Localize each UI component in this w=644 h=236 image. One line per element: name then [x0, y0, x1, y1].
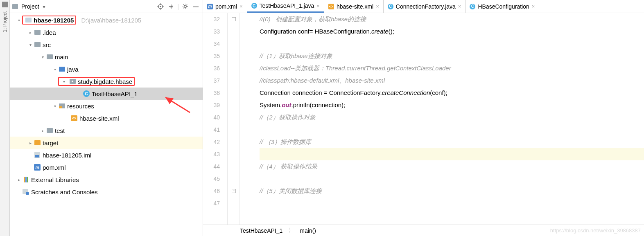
panel-title[interactable]: Project — [20, 3, 41, 10]
code-editor[interactable]: //(0) 创建配置对象，获取hbase的连接Configuration con… — [240, 13, 644, 225]
tree-root[interactable]: ▾ hbase-181205 D:\java\hbase-181205 — [10, 14, 203, 26]
breadcrumb-class[interactable]: TestHbaseAPI_1 — [240, 227, 282, 234]
chevron-down-icon[interactable]: ▾ — [61, 79, 67, 84]
svg-point-11 — [184, 5, 186, 8]
close-icon[interactable]: × — [458, 3, 461, 9]
code-line[interactable]: //classpath:hbase-default.xml、hbase-site… — [260, 74, 644, 87]
tree-iml[interactable]: hbase-181205.iml — [10, 149, 203, 161]
project-tree[interactable]: ▾ hbase-181205 D:\java\hbase-181205 ▸ .i… — [10, 13, 203, 236]
code-line[interactable]: //（2）获取操作对象 — [260, 111, 644, 124]
line-number[interactable]: 33 — [203, 25, 220, 38]
tab-label: hbase-site.xml — [337, 3, 373, 10]
tree-pom[interactable]: m pom.xml — [10, 161, 203, 173]
line-number[interactable]: 42 — [203, 136, 220, 148]
code-line[interactable]: Connection connection = ConnectionFactor… — [260, 87, 644, 99]
line-number[interactable]: 47 — [203, 197, 220, 209]
editor-tab[interactable]: CTestHbaseAPI_1.java× — [247, 0, 324, 13]
code-line[interactable] — [260, 173, 644, 185]
line-number[interactable]: 39 — [203, 99, 220, 111]
line-number[interactable]: 44 — [203, 160, 220, 173]
breadcrumb-method[interactable]: main() — [300, 227, 316, 234]
close-icon[interactable]: × — [376, 3, 379, 9]
tree-idea[interactable]: ▸ .idea — [10, 26, 203, 38]
chevron-right-icon[interactable]: ▸ — [39, 128, 46, 133]
chevron-right-icon[interactable]: ▸ — [27, 141, 34, 145]
close-icon[interactable]: × — [532, 3, 535, 9]
code-line[interactable] — [260, 124, 644, 136]
svg-rect-21 — [27, 19, 28, 20]
svg-rect-23 — [34, 42, 41, 47]
line-number[interactable]: 43 — [203, 148, 220, 160]
line-number[interactable]: 41 — [203, 124, 220, 136]
expand-all-icon[interactable] — [167, 2, 176, 11]
line-number[interactable]: 32 — [203, 13, 220, 25]
gear-icon[interactable] — [181, 2, 190, 11]
tree-target[interactable]: ▸ target — [10, 137, 203, 149]
code-line[interactable]: System.out.println(connection); — [260, 99, 644, 111]
chevron-down-icon[interactable]: ▾ — [52, 104, 58, 108]
folder-icon — [46, 53, 53, 61]
tree-main[interactable]: ▾ main — [10, 51, 203, 63]
line-number[interactable]: 37 — [203, 74, 220, 87]
hide-icon[interactable]: — — [191, 2, 200, 11]
line-number[interactable]: 46 — [203, 185, 220, 197]
tree-test-class[interactable]: C TestHbaseAPI_1 — [10, 88, 203, 100]
svg-rect-25 — [59, 67, 65, 72]
svg-rect-31 — [34, 140, 41, 145]
code-line[interactable]: // （3）操作数据库 — [260, 136, 644, 148]
class-file-icon: C — [251, 3, 257, 9]
svg-point-2 — [160, 6, 161, 7]
tree-scratch[interactable]: Scratches and Consoles — [10, 186, 203, 198]
editor-tab[interactable]: mpom.xml× — [203, 0, 247, 13]
line-number[interactable]: 38 — [203, 87, 220, 99]
tool-window-stripe[interactable]: 1: Project — [0, 0, 10, 236]
code-line[interactable] — [260, 197, 644, 209]
panel-dropdown-icon[interactable]: ▾ — [43, 3, 45, 10]
code-line[interactable] — [260, 38, 644, 50]
code-line[interactable]: //（4） 获取操作结果 — [260, 160, 644, 173]
gutter[interactable]: 32333435363738394041424344454647 — [203, 13, 228, 225]
excluded-folder-icon — [34, 139, 41, 146]
chevron-down-icon[interactable]: ▾ — [16, 18, 22, 22]
fold-toggle-icon[interactable]: − — [232, 17, 236, 21]
code-line[interactable]: Configuration conf= HBaseConfiguration.c… — [260, 25, 644, 38]
editor-tab[interactable]: <>hbase-site.xml× — [324, 0, 384, 13]
code-line[interactable]: //(0) 创建配置对象，获取hbase的连接 — [260, 13, 644, 25]
tree-package[interactable]: ▾ study.bigdate.hbase — [10, 75, 203, 88]
line-number[interactable]: 40 — [203, 111, 220, 124]
iml-file-icon — [34, 151, 41, 159]
line-number[interactable]: 35 — [203, 50, 220, 62]
locate-icon[interactable] — [156, 2, 165, 11]
chevron-down-icon[interactable]: ▾ — [39, 55, 46, 59]
close-icon[interactable]: × — [240, 3, 243, 9]
tab-label: ConnectionFactory.java — [396, 3, 456, 10]
chevron-down-icon[interactable]: ▾ — [27, 43, 34, 47]
editor-tab[interactable]: CConnectionFactory.java× — [384, 0, 466, 13]
svg-rect-30 — [47, 128, 53, 133]
tree-src[interactable]: ▾ src — [10, 38, 203, 51]
class-file-icon: C — [388, 4, 393, 9]
chevron-down-icon[interactable]: ▾ — [52, 67, 58, 72]
code-line[interactable] — [260, 148, 644, 160]
svg-rect-24 — [47, 54, 53, 59]
close-icon[interactable]: × — [316, 3, 320, 9]
chevron-right-icon[interactable]: ▸ — [27, 30, 34, 35]
tree-java[interactable]: ▾ java — [10, 63, 203, 75]
tree-test[interactable]: ▸ test — [10, 124, 203, 137]
fold-column[interactable]: −− — [228, 13, 240, 225]
code-line[interactable]: //classLoad--类加载器：Thread.currentThread.g… — [260, 62, 644, 74]
line-number[interactable]: 36 — [203, 62, 220, 74]
code-line[interactable]: //（5）关闭数据库连接 — [260, 185, 644, 197]
line-number[interactable]: 45 — [203, 173, 220, 185]
breadcrumb[interactable]: TestHbaseAPI_1 〉 main() https://blog.csd… — [203, 225, 644, 236]
tree-ext-lib[interactable]: ▸ External Libraries — [10, 173, 203, 186]
tab-label: HBaseConfiguration — [478, 3, 529, 10]
line-number[interactable]: 34 — [203, 38, 220, 50]
tree-resources[interactable]: ▾ resources — [10, 100, 203, 112]
fold-toggle-icon[interactable]: − — [232, 189, 236, 193]
chevron-right-icon[interactable]: ▸ — [16, 178, 22, 182]
tree-site-xml[interactable]: <> hbase-site.xml — [10, 112, 203, 124]
code-line[interactable]: //（1）获取hbase连接对象 — [260, 50, 644, 62]
class-icon: C — [83, 90, 90, 97]
editor-tab[interactable]: CHBaseConfiguration× — [465, 0, 539, 13]
